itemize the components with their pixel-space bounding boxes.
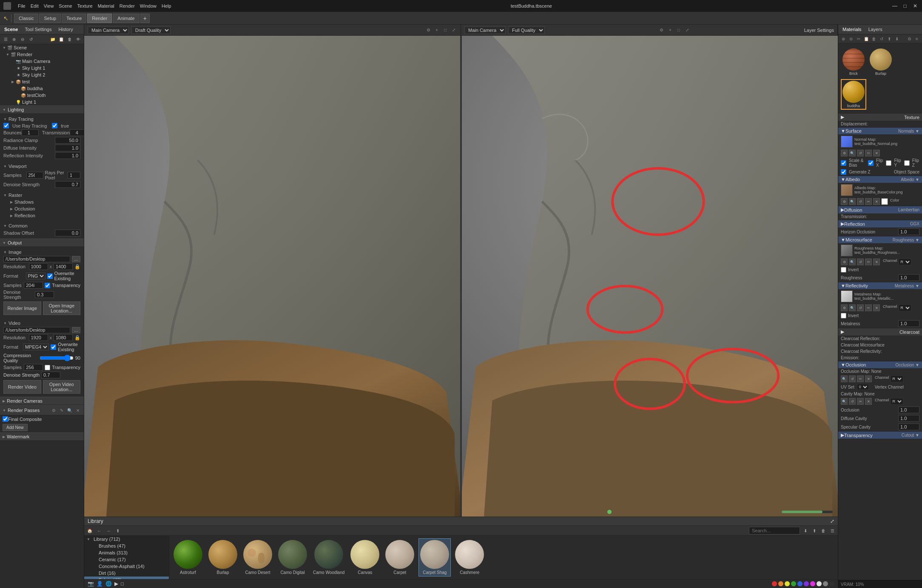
flip-x-checkbox[interactable] bbox=[868, 160, 874, 166]
lib-globe-icon[interactable]: 🌐 bbox=[105, 581, 112, 587]
lib-home-icon[interactable]: 🏠 bbox=[86, 527, 94, 534]
normal-search-icon[interactable]: 🔍 bbox=[849, 150, 856, 156]
normals-dropdown[interactable]: Normals ▼ bbox=[898, 129, 919, 134]
mat-reset-icon[interactable]: ↺ bbox=[878, 35, 885, 42]
material-canvas[interactable]: Canvas bbox=[349, 538, 381, 577]
lib-forward-icon[interactable]: → bbox=[105, 527, 112, 534]
add-tab-button[interactable]: + bbox=[140, 14, 150, 23]
tab-animate[interactable]: Animate bbox=[113, 14, 139, 23]
color-purple[interactable] bbox=[804, 581, 809, 586]
scene-tool-copy[interactable]: 📋 bbox=[57, 35, 65, 43]
occlusion-search-icon[interactable]: 🔍 bbox=[841, 375, 848, 382]
tab-layers[interactable]: Layers bbox=[867, 26, 884, 33]
menu-view[interactable]: View bbox=[44, 3, 54, 9]
shadows-row[interactable]: ▶ Shadows bbox=[3, 199, 80, 205]
left-vp-gear-icon[interactable]: ⚙ bbox=[425, 27, 432, 34]
metalness-channel-select[interactable]: RGB bbox=[899, 304, 911, 311]
flip-z-checkbox[interactable] bbox=[904, 160, 910, 166]
final-composite-checkbox[interactable] bbox=[3, 416, 8, 422]
tree-item-buddha[interactable]: 📦 buddha 👁 🔒 bbox=[0, 85, 84, 92]
reflectivity-section-header[interactable]: ▼ Reflectivity Metalness ▼ bbox=[838, 282, 922, 289]
microsurface-section-header[interactable]: ▼ Microsurface Roughness ▼ bbox=[838, 236, 922, 243]
flip-y-checkbox[interactable] bbox=[886, 160, 891, 166]
passes-close-icon[interactable]: ✕ bbox=[74, 407, 81, 414]
lib-upload-icon[interactable]: ⬆ bbox=[811, 527, 818, 534]
uv-set-select[interactable]: 0 bbox=[857, 384, 869, 390]
metalness-cut-icon[interactable]: ✂ bbox=[865, 304, 872, 311]
ggx-label[interactable]: GGX bbox=[910, 222, 919, 226]
lambertian-label[interactable]: Lambertian bbox=[898, 207, 919, 212]
video-denoise-input[interactable] bbox=[41, 372, 60, 378]
occlusion-remove-icon[interactable]: ✕ bbox=[865, 375, 872, 382]
color-black[interactable] bbox=[829, 581, 834, 586]
metalness-invert-checkbox[interactable] bbox=[841, 313, 846, 318]
image-res-h[interactable] bbox=[54, 263, 73, 270]
mat-thumb-buddha[interactable]: buddha bbox=[841, 79, 866, 110]
tab-tool-settings[interactable]: Tool Settings bbox=[23, 26, 53, 33]
image-path-btn[interactable]: … bbox=[72, 256, 80, 262]
cutout-label[interactable]: Cutout ▼ bbox=[902, 433, 919, 437]
minimize-button[interactable]: — bbox=[891, 3, 898, 9]
mat-add-icon[interactable]: ⊕ bbox=[840, 35, 847, 42]
library-expand-icon[interactable]: ⤢ bbox=[830, 518, 834, 524]
normal-reset-icon[interactable]: ↺ bbox=[857, 150, 864, 156]
tab-setup[interactable]: Setup bbox=[39, 14, 61, 23]
video-transparency-checkbox[interactable] bbox=[45, 365, 50, 370]
occlusion-dropdown[interactable]: Occlusion ▼ bbox=[895, 363, 919, 367]
material-carpet[interactable]: Carpet bbox=[384, 538, 416, 577]
metalness-reset-icon[interactable]: ↺ bbox=[857, 304, 864, 311]
generate-z-checkbox[interactable] bbox=[841, 169, 846, 175]
reflection-intensity-input[interactable] bbox=[55, 152, 80, 159]
albedo-remove-icon[interactable]: ✕ bbox=[873, 198, 880, 205]
ray-tracing-header[interactable]: ▼ Ray Tracing bbox=[3, 116, 80, 122]
lighting-section-header[interactable]: ▼ Lighting bbox=[0, 105, 84, 114]
compression-quality-slider[interactable] bbox=[40, 355, 74, 361]
lib-square-icon[interactable]: □ bbox=[121, 581, 124, 587]
roughness-invert-checkbox[interactable] bbox=[841, 267, 846, 273]
tree-item-testcloth[interactable]: 📦 testCloth 👁 🔒 bbox=[0, 92, 84, 99]
layer-settings-btn[interactable]: Layer Settings bbox=[804, 28, 834, 33]
color-yellow[interactable] bbox=[785, 581, 790, 586]
video-header[interactable]: ▼ Video bbox=[3, 320, 80, 327]
occlusion-value-input[interactable] bbox=[898, 406, 919, 413]
tree-item-maincamera[interactable]: 📷 Main Camera 👁 🔒 bbox=[0, 58, 84, 65]
tab-classic[interactable]: Classic bbox=[14, 14, 38, 23]
image-transparency-checkbox[interactable] bbox=[45, 283, 50, 288]
clearcoat-section-header[interactable]: ▶ Clearcoat bbox=[838, 328, 922, 335]
surface-section-header[interactable]: ▼ Surface Normals ▼ bbox=[838, 128, 922, 134]
video-overwrite-checkbox[interactable] bbox=[51, 344, 56, 350]
roughness-gear-icon[interactable]: ⚙ bbox=[841, 258, 848, 265]
menu-window[interactable]: Window bbox=[140, 3, 157, 9]
mat-down-icon[interactable]: ⬇ bbox=[894, 35, 900, 42]
scene-tool-add[interactable]: ⊕ bbox=[10, 35, 18, 43]
normal-remove-icon[interactable]: ✕ bbox=[873, 150, 880, 156]
lib-tree-animals[interactable]: Animals (313) bbox=[84, 549, 169, 556]
scene-tool-folder[interactable]: 📁 bbox=[49, 35, 57, 43]
texture-section-header[interactable]: ▶ Texture bbox=[838, 114, 922, 121]
video-samples-input[interactable] bbox=[24, 364, 43, 371]
occlusion-section-header[interactable]: ▼ Occlusion Occlusion ▼ bbox=[838, 361, 922, 368]
maximize-button[interactable]: □ bbox=[902, 3, 908, 9]
occlusion-row[interactable]: ▶ Occlusion bbox=[3, 205, 80, 212]
left-camera-select[interactable]: Main Camera bbox=[88, 26, 129, 34]
menu-help[interactable]: Help bbox=[162, 3, 171, 9]
scene-tool-delete[interactable]: 🗑 bbox=[66, 35, 74, 43]
scene-tool-remove[interactable]: ⊖ bbox=[19, 35, 26, 43]
viewport-samples-input[interactable] bbox=[26, 172, 43, 179]
mat-thumb-brick[interactable]: Brick bbox=[841, 47, 866, 77]
lib-up-icon[interactable]: ⬆ bbox=[114, 527, 122, 534]
common-header[interactable]: ▼ Common bbox=[3, 222, 80, 229]
right-viewport[interactable] bbox=[462, 36, 838, 517]
roughness-channel-select[interactable]: RGB bbox=[899, 258, 911, 265]
rays-per-pixel-input[interactable] bbox=[68, 172, 80, 179]
right-vp-gear-icon[interactable]: ⚙ bbox=[658, 27, 665, 34]
menu-edit[interactable]: Edit bbox=[31, 3, 39, 9]
tab-history[interactable]: History bbox=[57, 26, 74, 33]
color-green[interactable] bbox=[791, 581, 796, 586]
roughness-remove-icon[interactable]: ✕ bbox=[873, 258, 880, 265]
mat-menu-icon[interactable]: ≡ bbox=[913, 35, 920, 42]
mat-remove-icon[interactable]: ⊖ bbox=[848, 35, 854, 42]
roughness-search-icon[interactable]: 🔍 bbox=[849, 258, 856, 265]
material-cashmere[interactable]: Cashmere bbox=[453, 538, 486, 577]
lib-tree-library[interactable]: ▼ Library (712) bbox=[84, 536, 169, 543]
